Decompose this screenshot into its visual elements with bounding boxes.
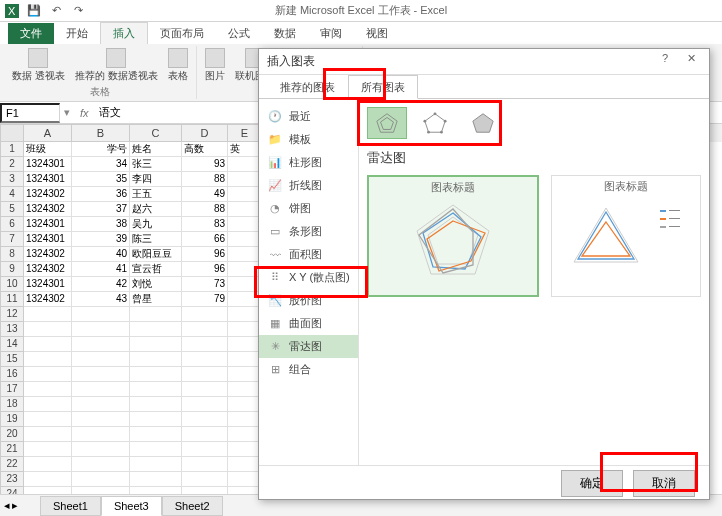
cell[interactable]: 83 bbox=[182, 217, 228, 232]
cell[interactable] bbox=[24, 457, 72, 472]
cell[interactable] bbox=[228, 382, 262, 397]
cell[interactable] bbox=[228, 457, 262, 472]
chart-category[interactable]: ✳雷达图 bbox=[259, 335, 358, 358]
sheet-tab[interactable]: Sheet1 bbox=[40, 496, 101, 516]
row-header[interactable]: 14 bbox=[0, 337, 24, 352]
cell[interactable] bbox=[72, 367, 130, 382]
cell[interactable]: 曾星 bbox=[130, 292, 182, 307]
cell[interactable] bbox=[182, 307, 228, 322]
cell[interactable] bbox=[24, 487, 72, 494]
cell[interactable] bbox=[72, 427, 130, 442]
cell[interactable]: 1324301 bbox=[24, 157, 72, 172]
row-header[interactable]: 11 bbox=[0, 292, 24, 307]
cell[interactable]: 34 bbox=[72, 157, 130, 172]
chart-category[interactable]: 📁模板 bbox=[259, 128, 358, 151]
name-box[interactable] bbox=[0, 103, 60, 123]
cell[interactable]: 36 bbox=[72, 187, 130, 202]
cell[interactable]: 1324301 bbox=[24, 232, 72, 247]
select-all-corner[interactable] bbox=[0, 124, 24, 142]
dropdown-icon[interactable]: ▾ bbox=[60, 106, 74, 119]
cell[interactable] bbox=[228, 322, 262, 337]
btn-pivot[interactable]: 数据 透视表 bbox=[10, 46, 67, 83]
cell[interactable] bbox=[228, 172, 262, 187]
cell[interactable] bbox=[182, 472, 228, 487]
cell[interactable]: 93 bbox=[182, 157, 228, 172]
cell[interactable] bbox=[24, 397, 72, 412]
cell[interactable]: 宣云哲 bbox=[130, 262, 182, 277]
row-header[interactable]: 21 bbox=[0, 442, 24, 457]
cell[interactable]: 40 bbox=[72, 247, 130, 262]
cell[interactable]: 王五 bbox=[130, 187, 182, 202]
row-header[interactable]: 6 bbox=[0, 217, 24, 232]
cell[interactable]: 49 bbox=[182, 187, 228, 202]
row-header[interactable]: 10 bbox=[0, 277, 24, 292]
cell[interactable] bbox=[24, 412, 72, 427]
cell[interactable] bbox=[228, 232, 262, 247]
cell[interactable] bbox=[130, 352, 182, 367]
cell[interactable] bbox=[72, 487, 130, 494]
cell[interactable] bbox=[182, 397, 228, 412]
cell[interactable] bbox=[228, 487, 262, 494]
row-header[interactable]: 15 bbox=[0, 352, 24, 367]
cell[interactable]: 1324301 bbox=[24, 172, 72, 187]
btn-pic[interactable]: 图片 bbox=[203, 46, 227, 83]
chart-category[interactable]: ⠿X Y (散点图) bbox=[259, 266, 358, 289]
cell[interactable] bbox=[24, 427, 72, 442]
cell[interactable]: 38 bbox=[72, 217, 130, 232]
row-header[interactable]: 24 bbox=[0, 487, 24, 494]
cell[interactable] bbox=[182, 352, 228, 367]
cell[interactable] bbox=[228, 277, 262, 292]
cell[interactable] bbox=[182, 382, 228, 397]
tab-home[interactable]: 开始 bbox=[54, 23, 100, 44]
row-header[interactable]: 18 bbox=[0, 397, 24, 412]
cell[interactable] bbox=[182, 487, 228, 494]
cell[interactable] bbox=[228, 472, 262, 487]
chart-category[interactable]: 📊柱形图 bbox=[259, 151, 358, 174]
row-header[interactable]: 13 bbox=[0, 322, 24, 337]
save-icon[interactable]: 💾 bbox=[26, 3, 42, 19]
cell[interactable]: 1324302 bbox=[24, 187, 72, 202]
cell[interactable] bbox=[24, 367, 72, 382]
cell[interactable] bbox=[228, 292, 262, 307]
tab-data[interactable]: 数据 bbox=[262, 23, 308, 44]
cell[interactable]: 吴九 bbox=[130, 217, 182, 232]
col-header[interactable]: B bbox=[72, 124, 130, 142]
cell[interactable]: 1324301 bbox=[24, 217, 72, 232]
cell[interactable] bbox=[182, 412, 228, 427]
sheet-nav-prev-icon[interactable]: ◂ bbox=[4, 499, 10, 512]
cell[interactable]: 学号 bbox=[72, 142, 130, 157]
radar-subtype-3[interactable] bbox=[463, 107, 503, 139]
sheet-nav-next-icon[interactable]: ▸ bbox=[12, 499, 18, 512]
sheet-tab[interactable]: Sheet3 bbox=[101, 496, 162, 516]
tab-formulas[interactable]: 公式 bbox=[216, 23, 262, 44]
cell[interactable] bbox=[182, 367, 228, 382]
cell[interactable]: 96 bbox=[182, 262, 228, 277]
cell[interactable] bbox=[72, 457, 130, 472]
cell[interactable] bbox=[72, 472, 130, 487]
cell[interactable] bbox=[182, 337, 228, 352]
cell[interactable] bbox=[228, 397, 262, 412]
cell[interactable] bbox=[228, 442, 262, 457]
cell[interactable]: 43 bbox=[72, 292, 130, 307]
cell[interactable] bbox=[182, 442, 228, 457]
chart-category[interactable]: ⊞组合 bbox=[259, 358, 358, 381]
row-header[interactable]: 7 bbox=[0, 232, 24, 247]
row-header[interactable]: 4 bbox=[0, 187, 24, 202]
fx-icon[interactable]: fx bbox=[74, 107, 95, 119]
cell[interactable] bbox=[24, 322, 72, 337]
cell[interactable] bbox=[228, 307, 262, 322]
cell[interactable] bbox=[72, 442, 130, 457]
cell[interactable] bbox=[72, 397, 130, 412]
cell[interactable] bbox=[24, 442, 72, 457]
cell[interactable] bbox=[72, 382, 130, 397]
cell[interactable] bbox=[228, 262, 262, 277]
row-header[interactable]: 16 bbox=[0, 367, 24, 382]
col-header[interactable]: E bbox=[228, 124, 262, 142]
btn-table[interactable]: 表格 bbox=[166, 46, 190, 83]
row-header[interactable]: 23 bbox=[0, 472, 24, 487]
cell[interactable] bbox=[228, 202, 262, 217]
cell[interactable] bbox=[130, 367, 182, 382]
cell[interactable] bbox=[228, 352, 262, 367]
cancel-button[interactable]: 取消 bbox=[633, 470, 695, 497]
cell[interactable]: 姓名 bbox=[130, 142, 182, 157]
